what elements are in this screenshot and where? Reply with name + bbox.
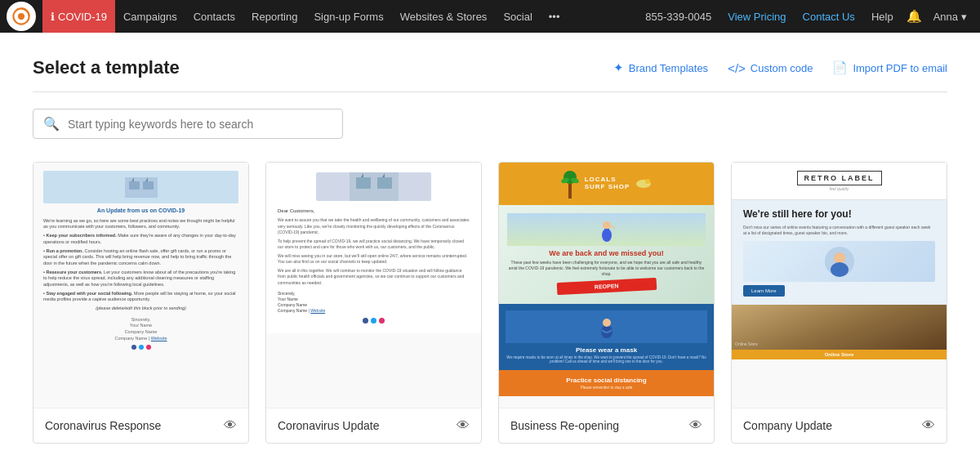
svg-point-1 <box>18 13 24 20</box>
pdf-icon: 📄 <box>832 60 848 75</box>
template-card-company-update[interactable]: RETRO LABEL feel quality We're still her… <box>731 162 947 444</box>
page-title: Select a template <box>33 57 180 78</box>
brand-templates-button[interactable]: ✦ Brand Templates <box>613 60 708 75</box>
svg-rect-3 <box>129 181 140 190</box>
sidebar-item-covid[interactable]: ℹ COVID-19 <box>42 0 115 33</box>
svg-line-21 <box>612 225 615 229</box>
import-pdf-button[interactable]: 📄 Import PDF to email <box>832 60 947 75</box>
page-header: Select a template ✦ Brand Templates </> … <box>33 57 947 78</box>
navbar: ℹ COVID-19 Campaigns Contacts Reporting … <box>0 0 980 33</box>
template-card-business-reopening[interactable]: LOCALS SURF SHOP <box>498 162 715 444</box>
svg-point-23 <box>603 319 611 327</box>
phone-number: 855-339-0045 <box>637 11 719 23</box>
svg-point-19 <box>603 221 611 230</box>
search-icon: 🔍 <box>43 116 60 132</box>
sidebar-item-websites[interactable]: Websites & Stores <box>392 0 496 33</box>
svg-rect-4 <box>143 181 154 190</box>
contact-us-link[interactable]: Contact Us <box>795 11 863 23</box>
sidebar-item-more[interactable]: ••• <box>541 0 568 33</box>
help-link[interactable]: Help <box>863 11 902 23</box>
svg-rect-20 <box>604 229 609 232</box>
notifications-bell[interactable]: 🔔 <box>902 9 927 24</box>
sidebar-item-signup-forms[interactable]: Sign-up Forms <box>305 0 391 33</box>
template-preview-3: LOCALS SURF SHOP <box>499 163 714 408</box>
search-bar[interactable]: 🔍 <box>33 109 343 139</box>
template-label-1: Coronavirus Response <box>45 419 161 432</box>
template-preview-1: An Update from us on COVID-19 We're lear… <box>33 163 248 408</box>
custom-code-button[interactable]: </> Custom code <box>728 61 813 75</box>
section-divider <box>33 91 947 92</box>
preview-eye-icon-3[interactable]: 👁 <box>689 418 702 433</box>
template-label-4: Company Update <box>743 419 832 432</box>
preview-eye-icon-2[interactable]: 👁 <box>457 418 470 433</box>
svg-rect-8 <box>356 177 371 189</box>
svg-point-25 <box>834 252 845 264</box>
preview-eye-icon-1[interactable]: 👁 <box>224 418 237 433</box>
sidebar-item-campaigns[interactable]: Campaigns <box>115 0 185 33</box>
template-card-coronavirus-response[interactable]: An Update from us on COVID-19 We're lear… <box>33 162 249 444</box>
search-input[interactable] <box>68 118 332 131</box>
info-icon: ℹ <box>51 11 55 23</box>
chevron-down-icon: ▾ <box>961 11 967 23</box>
template-grid: An Update from us on COVID-19 We're lear… <box>33 162 947 444</box>
app-logo[interactable] <box>7 2 36 31</box>
svg-point-17 <box>645 179 650 184</box>
svg-point-26 <box>831 262 849 277</box>
main-content: Select a template ✦ Brand Templates </> … <box>0 33 980 473</box>
template-label-2: Coronavirus Update <box>278 419 380 432</box>
header-actions: ✦ Brand Templates </> Custom code 📄 Impo… <box>613 60 947 75</box>
sidebar-item-reporting[interactable]: Reporting <box>243 0 305 33</box>
template-preview-2: Dear Customers, We want to assure you th… <box>266 163 481 408</box>
template-footer-3: Business Re-opening 👁 <box>499 408 714 443</box>
code-icon: </> <box>728 61 746 75</box>
sidebar-item-contacts[interactable]: Contacts <box>185 0 243 33</box>
template-footer-2: Coronavirus Update 👁 <box>266 408 481 443</box>
brand-icon: ✦ <box>613 60 624 75</box>
template-footer-1: Coronavirus Response 👁 <box>33 408 248 443</box>
preview-eye-icon-4[interactable]: 👁 <box>922 418 935 433</box>
template-footer-4: Company Update 👁 <box>732 408 947 443</box>
sidebar-item-social[interactable]: Social <box>495 0 540 33</box>
template-preview-4: RETRO LABEL feel quality We're still her… <box>732 163 947 408</box>
template-label-3: Business Re-opening <box>510 419 619 432</box>
template-card-coronavirus-update[interactable]: Dear Customers, We want to assure you th… <box>265 162 482 444</box>
svg-rect-9 <box>377 177 392 189</box>
user-menu[interactable]: Anna ▾ <box>927 11 973 23</box>
svg-rect-12 <box>568 184 572 199</box>
view-pricing-link[interactable]: View Pricing <box>719 11 794 23</box>
